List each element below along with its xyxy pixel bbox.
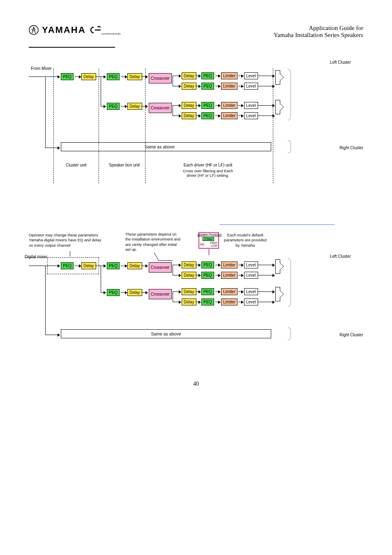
peq-block: PEQ xyxy=(201,102,214,109)
diagram-2: Operator may change these parameters Yam… xyxy=(29,224,363,348)
delay-block: Delay xyxy=(182,288,196,295)
peq-block: PEQ xyxy=(107,73,120,80)
delay-block: Delay xyxy=(127,289,142,296)
peq-block: PEQ xyxy=(201,288,214,295)
level-block: Level xyxy=(244,261,258,268)
delay-block: Delay xyxy=(81,262,96,269)
page-number: 40 xyxy=(29,381,363,387)
blue-underline xyxy=(219,224,334,225)
logo-ca-text: commercial audio xyxy=(101,32,121,35)
limiter-block: Limiter xyxy=(221,112,238,119)
logo: YAMAHA commercial audio xyxy=(29,25,121,35)
peq-block: PEQ xyxy=(61,262,74,269)
peq-block: PEQ xyxy=(201,83,214,90)
peq-block: PEQ xyxy=(201,72,214,79)
same-as-above-box: Same as above xyxy=(61,142,271,151)
level-block: Level xyxy=(244,102,258,109)
speaker-icon xyxy=(275,70,284,85)
limiter-block: Limiter xyxy=(221,288,238,295)
speaker-icon xyxy=(275,287,284,301)
digital-mixer-label: Digital mixer xyxy=(25,254,47,259)
limiter-block: Limiter xyxy=(221,83,238,90)
level-block: Level xyxy=(244,112,258,119)
limiter-block: Limiter xyxy=(221,272,238,279)
delay-block: Delay xyxy=(127,73,142,80)
cluster-unit-label: Cluster unit xyxy=(66,163,87,167)
limiter-block: Limiter xyxy=(221,261,238,268)
crossover-block: Crossover xyxy=(149,289,172,299)
section-underline xyxy=(29,47,115,48)
delay-block: Delay xyxy=(182,298,196,305)
limiter-block: Limiter xyxy=(221,102,238,109)
limiter-block: Limiter xyxy=(221,72,238,79)
logo-mark-icon xyxy=(29,25,39,35)
delay-block: Delay xyxy=(182,272,196,279)
crossover-block: Crossover xyxy=(149,262,172,273)
annot-operator: Operator may change these parameters Yam… xyxy=(29,233,121,248)
speaker-icon xyxy=(275,259,284,274)
driver-unit-label: Each driver (HF or LF) unit Cross over f… xyxy=(183,163,233,178)
delay-block: Delay xyxy=(182,261,196,268)
speaker-processor-icon: Speaker Processor 2 Way IN1 HIGH LOW xyxy=(198,232,219,249)
level-block: Level xyxy=(244,298,258,305)
level-block: Level xyxy=(244,83,258,90)
delay-block: Delay xyxy=(81,73,96,80)
delay-block: Delay xyxy=(182,72,196,79)
level-block: Level xyxy=(244,272,258,279)
limiter-block: Limiter xyxy=(221,298,238,305)
speaker-icon xyxy=(275,100,284,114)
right-cluster-label: Right Cluster xyxy=(339,146,363,150)
annot-default: Each model's default parameters are prov… xyxy=(224,233,267,248)
speaker-box-unit-label: Speaker box unit xyxy=(109,163,140,167)
peq-block: PEQ xyxy=(107,103,120,110)
crossover-block: Crossover xyxy=(149,103,172,113)
peq-block: PEQ xyxy=(201,298,214,305)
peq-block: PEQ xyxy=(107,289,120,296)
peq-block: PEQ xyxy=(201,112,214,119)
right-cluster-label: Right Cluster xyxy=(339,333,363,337)
annot-install: These parameters depend on the installat… xyxy=(125,232,193,252)
crossover-block: Crossover xyxy=(149,73,172,83)
peq-block: PEQ xyxy=(107,262,120,269)
level-block: Level xyxy=(244,72,258,79)
from-mixer-label: From Mixer xyxy=(31,66,52,71)
peq-block: PEQ xyxy=(201,272,214,279)
logo-text: YAMAHA xyxy=(42,25,86,35)
diagram-1: From Mixer Left Cluster Right Cluster PE… xyxy=(29,60,363,192)
logo-co-icon xyxy=(89,25,101,35)
left-cluster-label: Left Cluster xyxy=(330,60,351,65)
left-cluster-label: Left Cluster xyxy=(330,254,351,259)
delay-block: Delay xyxy=(127,103,142,110)
level-block: Level xyxy=(244,288,258,295)
peq-block: PEQ xyxy=(61,73,74,80)
same-as-above-box: Same as above xyxy=(61,329,271,338)
header-title: Application Guide for Yamaha Installatio… xyxy=(274,25,363,39)
peq-block: PEQ xyxy=(201,261,214,268)
delay-block: Delay xyxy=(182,112,196,119)
delay-block: Delay xyxy=(127,262,142,269)
delay-block: Delay xyxy=(182,102,196,109)
delay-block: Delay xyxy=(182,83,196,90)
